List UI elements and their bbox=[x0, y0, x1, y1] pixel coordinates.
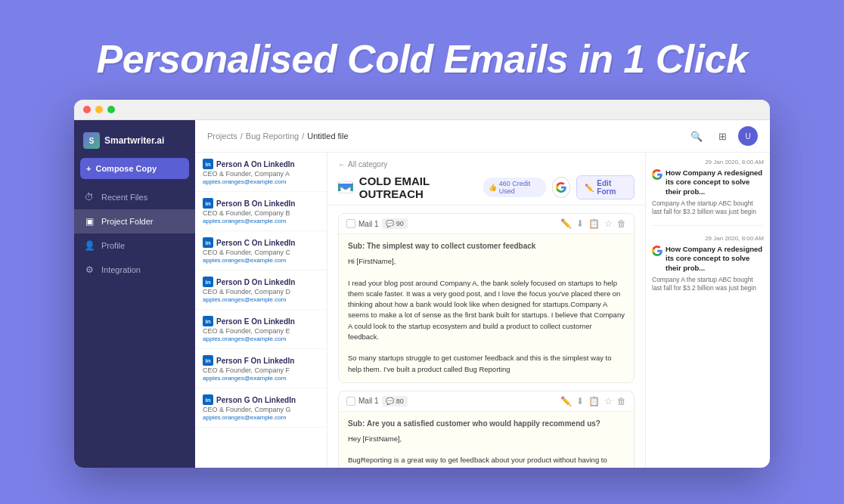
linkedin-icon: in bbox=[203, 237, 213, 248]
sidebar-item-recent-files[interactable]: ⏱ Recent Files bbox=[74, 185, 195, 209]
hero-title: Personalised Cold Emails in 1 Click bbox=[96, 36, 747, 82]
contact-name: in Person D On LinkedIn bbox=[203, 277, 319, 287]
profile-icon: 👤 bbox=[83, 240, 95, 252]
edit-action-icon[interactable]: ✏️ bbox=[560, 396, 572, 407]
contact-name: in Person E On LinkedIn bbox=[203, 316, 319, 326]
sidebar: S Smartwriter.ai + Compose Copy ⏱ Recent… bbox=[74, 120, 195, 468]
card-actions: ✏️ ⬇ 📋 ☆ 🗑 bbox=[560, 218, 626, 229]
mail-checkbox[interactable] bbox=[346, 397, 355, 406]
recent-files-icon: ⏱ bbox=[83, 191, 95, 203]
email-section-title: COLD EMAIL OUTREACH bbox=[359, 175, 483, 200]
grid-button[interactable]: ⊞ bbox=[712, 126, 732, 146]
compose-icon: + bbox=[86, 164, 91, 173]
integration-label: Integration bbox=[101, 265, 141, 274]
word-count-value: 80 bbox=[396, 397, 404, 405]
sidebar-item-project-folder[interactable]: ▣ Project Folder bbox=[74, 209, 195, 233]
search-button[interactable]: 🔍 bbox=[687, 126, 706, 146]
breadcrumb-bug-reporting[interactable]: Bug Reporting bbox=[246, 131, 299, 141]
email-card-body: Sub: The simplest way to collect custome… bbox=[339, 234, 634, 382]
subject-text: The simplest way to collect customer fee… bbox=[367, 242, 535, 250]
copy-action-icon[interactable]: 📋 bbox=[588, 218, 600, 229]
breadcrumb: Projects / Bug Reporting / Untitled file bbox=[207, 131, 349, 141]
recent-files-label: Recent Files bbox=[101, 193, 147, 202]
logo-text: Smartwriter.ai bbox=[104, 135, 164, 146]
star-action-icon[interactable]: ☆ bbox=[604, 218, 613, 229]
email-title: COLD EMAIL OUTREACH bbox=[338, 175, 483, 200]
news-item: 29 Jan 2020, 8:00 AM How Company A redes… bbox=[652, 159, 764, 226]
browser-minimize-dot[interactable] bbox=[95, 106, 103, 113]
email-subject: Sub: Are you a satisfied customer who wo… bbox=[348, 419, 625, 428]
edit-icon: ✏️ bbox=[585, 184, 594, 192]
copy-action-icon[interactable]: 📋 bbox=[588, 396, 600, 407]
contact-item[interactable]: in Person C On LinkedIn CEO & Founder, C… bbox=[195, 231, 327, 271]
sidebar-item-integration[interactable]: ⚙ Integration bbox=[74, 258, 195, 282]
email-body: Hi [FirstName], I read your blog post ar… bbox=[348, 256, 625, 375]
email-card-header: Mail 1 💬 90 ✏️ ⬇ 📋 bbox=[339, 214, 634, 234]
edit-form-label: Edit Form bbox=[597, 179, 626, 196]
google-button[interactable] bbox=[552, 177, 571, 198]
email-card-header: Mail 1 💬 80 ✏️ ⬇ 📋 bbox=[339, 391, 634, 412]
download-action-icon[interactable]: ⬇ bbox=[576, 396, 584, 407]
breadcrumb-projects[interactable]: Projects bbox=[207, 131, 237, 141]
delete-action-icon[interactable]: 🗑 bbox=[617, 396, 626, 407]
google-news-panel: 29 Jan 2020, 8:00 AM How Company A redes… bbox=[645, 153, 770, 468]
mail-badge: Mail 1 💬 80 bbox=[346, 396, 408, 407]
contact-item[interactable]: in Person B On LinkedIn CEO & Founder, C… bbox=[195, 192, 327, 231]
breadcrumb-sep2: / bbox=[302, 131, 304, 141]
top-nav: Projects / Bug Reporting / Untitled file… bbox=[195, 120, 770, 153]
compose-copy-button[interactable]: + Compose Copy bbox=[80, 158, 189, 179]
email-subject: Sub: The simplest way to collect custome… bbox=[348, 242, 625, 250]
mail-label: Mail 1 bbox=[358, 220, 379, 228]
word-count: 💬 90 bbox=[382, 218, 408, 229]
browser-close-dot[interactable] bbox=[83, 106, 91, 113]
word-count-value: 90 bbox=[396, 220, 404, 227]
linkedin-icon: in bbox=[203, 277, 213, 287]
back-label: All category bbox=[348, 160, 387, 169]
browser-content: S Smartwriter.ai + Compose Copy ⏱ Recent… bbox=[74, 120, 770, 468]
card-actions: ✏️ ⬇ 📋 ☆ 🗑 bbox=[560, 396, 626, 407]
edit-action-icon[interactable]: ✏️ bbox=[560, 218, 572, 229]
email-header-section: ← All category bbox=[327, 153, 645, 206]
linkedin-icon: in bbox=[203, 355, 213, 366]
browser-frame: S Smartwriter.ai + Compose Copy ⏱ Recent… bbox=[74, 100, 770, 468]
contact-item[interactable]: in Person D On LinkedIn CEO & Founder, C… bbox=[195, 271, 327, 310]
nav-icons: 🔍 ⊞ U bbox=[687, 126, 758, 146]
contact-item[interactable]: in Person G On LinkedIn CEO & Founder, C… bbox=[195, 388, 327, 428]
news-title: How Company A redesigned its core concep… bbox=[652, 169, 764, 196]
browser-maximize-dot[interactable] bbox=[107, 106, 115, 113]
news-date: 29 Jan 2020, 8:00 AM bbox=[652, 159, 764, 165]
avatar[interactable]: U bbox=[738, 126, 758, 146]
logo-icon: S bbox=[83, 132, 100, 149]
breadcrumb-sep1: / bbox=[240, 131, 243, 141]
contact-item[interactable]: in Person A On LinkedIn CEO & Founder, C… bbox=[195, 153, 327, 192]
contact-name: in Person C On LinkedIn bbox=[203, 237, 319, 248]
word-count: 💬 80 bbox=[382, 396, 408, 407]
linkedin-icon: in bbox=[203, 159, 213, 169]
integration-icon: ⚙ bbox=[83, 264, 95, 276]
word-icon: 💬 bbox=[386, 220, 394, 227]
email-card: Mail 1 💬 80 ✏️ ⬇ 📋 bbox=[338, 391, 635, 468]
contact-name: in Person G On LinkedIn bbox=[203, 394, 319, 405]
delete-action-icon[interactable]: 🗑 bbox=[617, 218, 626, 229]
star-action-icon[interactable]: ☆ bbox=[604, 396, 613, 407]
sidebar-item-profile[interactable]: 👤 Profile bbox=[74, 233, 195, 258]
edit-form-button[interactable]: ✏️ Edit Form bbox=[576, 175, 635, 199]
back-link[interactable]: ← All category bbox=[338, 160, 635, 169]
contact-list: in Person A On LinkedIn CEO & Founder, C… bbox=[195, 153, 327, 468]
sidebar-logo: S Smartwriter.ai bbox=[74, 129, 195, 158]
contact-item[interactable]: in Person E On LinkedIn CEO & Founder, C… bbox=[195, 310, 327, 349]
main-area: Projects / Bug Reporting / Untitled file… bbox=[195, 120, 770, 468]
contact-item[interactable]: in Person F On LinkedIn CEO & Founder, C… bbox=[195, 349, 327, 388]
content-area: in Person A On LinkedIn CEO & Founder, C… bbox=[195, 153, 770, 468]
mail-checkbox[interactable] bbox=[346, 219, 355, 228]
email-body: Hey [FirstName], BugReporting is a great… bbox=[348, 434, 625, 468]
credit-label: 460 Credit Used bbox=[499, 180, 541, 195]
contact-name: in Person A On LinkedIn bbox=[203, 159, 319, 169]
profile-label: Profile bbox=[101, 241, 125, 250]
project-folder-label: Project Folder bbox=[101, 217, 153, 226]
breadcrumb-current: Untitled file bbox=[307, 131, 348, 141]
email-panel: ← All category bbox=[327, 153, 645, 468]
download-action-icon[interactable]: ⬇ bbox=[576, 218, 584, 229]
compose-label: Compose Copy bbox=[95, 164, 157, 173]
news-snippet: Company A the startup ABC bought last fa… bbox=[652, 276, 764, 292]
